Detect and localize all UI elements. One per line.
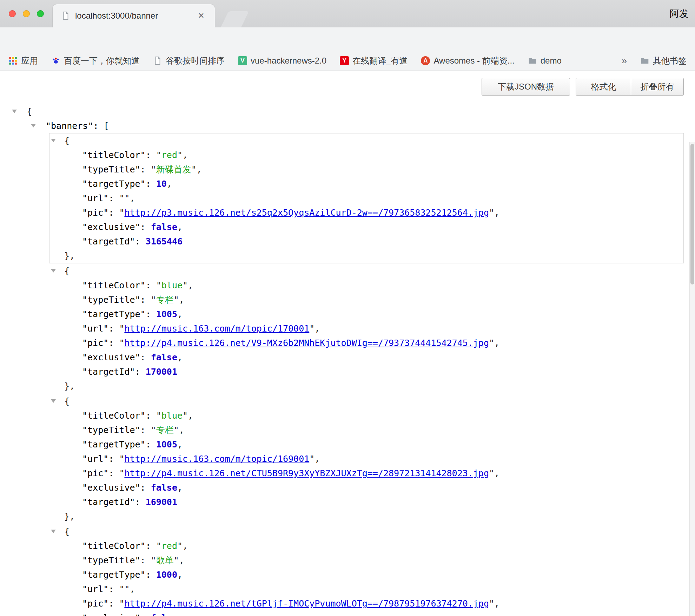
close-brace: }, [64,381,75,391]
json-key: targetId [82,236,146,247]
bookmark-apps[interactable]: 应用 [8,55,38,66]
comma [183,541,188,551]
collapse-triangle-icon[interactable] [51,269,56,273]
profile-name[interactable]: 阿发 [670,0,689,27]
json-key: typeTitle [82,164,151,175]
collapse-triangle-icon[interactable] [51,139,56,142]
bookmark-vue-hackernews[interactable]: V vue-hackernews-2.0 [238,56,326,66]
comma [179,555,184,565]
json-key: titleColor [82,280,156,290]
json-object: { titleColorblue typeTitle专栏 targetType1… [49,263,684,394]
json-key: targetId [82,367,146,377]
scrollbar[interactable] [689,142,695,616]
comma [183,150,188,160]
collapse-triangle-icon[interactable] [51,530,56,533]
comma [130,584,135,594]
comma [188,280,193,290]
json-string-value: 专栏 [151,425,179,435]
folder-icon [528,56,537,65]
json-number-value: 1005 [156,309,177,319]
bookmarks-overflow-chevron[interactable]: » [621,55,627,66]
json-key: url [82,193,119,203]
pic-link[interactable]: http://p4.music.126.net/tGPljf-IMOCyPvum… [124,598,489,609]
json-string-value: 专栏 [151,295,179,305]
json-string-value: red [156,541,183,551]
bookmark-label: 其他书签 [653,55,687,66]
open-brace: { [64,266,70,276]
bookmark-label: 谷歌按时间排序 [166,55,225,66]
json-number-value: 169001 [146,497,177,507]
bookmark-awesomes[interactable]: A Awesomes - 前端资... [421,55,514,66]
bookmark-label: 应用 [21,55,38,66]
json-key: pic [82,338,119,348]
bookmark-youdao[interactable]: Y 在线翻译_有道 [340,55,408,66]
comma [177,222,183,232]
json-object: { titleColorred typeTitle新碟首发 targetType… [49,133,684,263]
bookmark-label: 在线翻译_有道 [352,55,408,66]
comma [494,468,499,478]
json-key: titleColor [82,150,156,160]
json-key: targetType [82,439,156,450]
comma [177,439,183,450]
browser-tab[interactable]: localhost:3000/banner [53,4,215,27]
pic-link[interactable]: http://p4.music.126.net/V9-MXz6b2MNhEKju… [124,338,489,348]
comma [494,338,499,348]
collapse-triangle-icon[interactable] [12,110,17,113]
json-banners-line: banners[ [0,119,689,133]
json-number-value: 3165446 [146,236,183,247]
json-key: targetType [82,179,156,189]
tab-close-icon[interactable] [195,10,207,22]
comma [197,164,202,175]
open-brace: { [64,526,70,537]
bookmark-label: demo [541,56,562,66]
pic-link[interactable]: http://p3.music.126.net/s25q2x5QyqsAzilC… [124,208,489,218]
comma [188,411,193,421]
json-object: { titleColorred typeTitle歌单 targetType10… [49,524,684,616]
json-key: targetType [82,570,156,580]
json-bool-value: false [151,222,177,232]
window-fullscreen-icon[interactable] [37,10,44,17]
url-link[interactable]: http://music.163.com/m/topic/170001 [124,323,309,334]
collapse-triangle-icon[interactable] [51,399,56,403]
bookmark-other-folder[interactable]: 其他书签 [640,55,687,66]
comma [177,352,183,362]
json-bool-value: false [151,352,177,362]
tab-title: localhost:3000/banner [75,4,158,27]
json-number-value: 1005 [156,439,177,450]
json-string-value: blue [156,280,188,290]
new-tab-button[interactable] [221,11,249,27]
bookmark-baidu[interactable]: 百度一下，你就知道 [51,55,140,66]
bookmark-folder-demo[interactable]: demo [528,56,562,66]
bookmark-google-sort[interactable]: 谷歌按时间排序 [153,55,225,66]
json-key: typeTitle [82,295,151,305]
window-close-icon[interactable] [9,10,16,17]
json-key: targetId [82,497,146,507]
comma [179,425,184,435]
comma [177,570,183,580]
close-brace: }, [64,251,75,261]
json-key: titleColor [82,541,156,551]
json-number-value: 170001 [146,367,177,377]
collapse-triangle-icon[interactable] [31,124,36,127]
folder-icon [640,56,649,65]
bookmark-label: Awesomes - 前端资... [433,55,514,66]
json-string-value: http://p4.music.126.net/V9-MXz6b2MNhEKju… [119,338,494,348]
json-key: titleColor [82,411,156,421]
youdao-icon: Y [340,56,349,65]
vue-icon: V [238,56,247,65]
json-key: pic [82,598,119,609]
bookmark-label: vue-hackernews-2.0 [251,56,326,66]
json-key: url [82,584,119,594]
pic-link[interactable]: http://p4.music.126.net/CTU5B9R9y3XyYBZX… [124,468,489,478]
window-minimize-icon[interactable] [23,10,30,17]
open-brace: { [64,136,70,146]
apps-grid-icon [8,56,18,65]
comma [315,323,320,334]
json-number-value: 10 [156,179,167,189]
url-link[interactable]: http://music.163.com/m/topic/169001 [124,454,309,464]
comma [177,483,183,493]
json-string-value: http://p4.music.126.net/CTU5B9R9y3XyYBZX… [119,468,494,478]
open-brace: { [27,106,32,117]
scrollbar-thumb[interactable] [690,144,694,284]
json-tree: { banners[ { titleColorred typeTitle新碟首发… [0,71,689,616]
